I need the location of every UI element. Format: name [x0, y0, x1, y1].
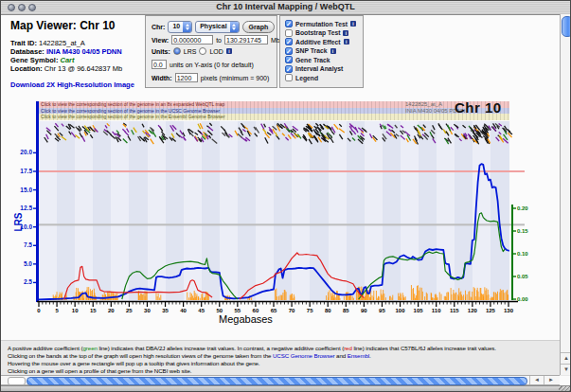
page-title: Map Viewer: Chr 10	[10, 19, 115, 32]
bootstrap-test-checkbox[interactable]	[285, 29, 293, 37]
svg-text:7.5: 7.5	[24, 241, 32, 248]
svg-text:12.5: 12.5	[20, 205, 32, 211]
bootstrap-test-info-icon[interactable]	[343, 30, 348, 36]
chr-label: Chr:	[152, 24, 165, 30]
resize-grip-icon[interactable]	[559, 386, 570, 392]
svg-text:130: 130	[504, 308, 514, 313]
units-lrs-radio[interactable]	[173, 47, 181, 55]
scroll-right-arrow-icon[interactable]: ►	[544, 376, 558, 384]
additive-effect-info-icon[interactable]	[344, 39, 349, 45]
option-interval-analyst[interactable]: Interval Analyst	[285, 65, 343, 73]
units-lod-radio[interactable]	[199, 47, 206, 55]
legend-checkbox[interactable]	[285, 74, 293, 81]
band-ensembl[interactable]: Click to view the corresponding section …	[39, 114, 509, 120]
horizontal-scrollbar[interactable]: ◄ ►	[1, 375, 560, 385]
svg-text:45: 45	[198, 308, 205, 313]
snp-track-checkbox[interactable]	[285, 47, 293, 55]
svg-text:5: 5	[55, 308, 59, 313]
svg-text:95: 95	[379, 308, 385, 313]
graph-button[interactable]: Graph	[242, 21, 276, 33]
link-ucsc-genome-browser[interactable]: UCSC Genome Browser	[273, 352, 335, 359]
option-permutation-test[interactable]: Permutation Test	[285, 20, 356, 27]
view-to-input[interactable]	[224, 35, 268, 45]
overlay-chromosome: Chr 10	[455, 99, 502, 116]
svg-text:115: 115	[450, 308, 459, 313]
to-label: to	[216, 37, 222, 44]
svg-text:105: 105	[414, 308, 424, 313]
width-input[interactable]	[175, 73, 198, 82]
trait-field-location: Location: Chr 13 @ 96.642837 Mb	[10, 64, 122, 73]
svg-text:5.0: 5.0	[24, 260, 32, 267]
horizontal-scrollbar-thumb[interactable]	[27, 377, 527, 385]
permutation-test-label: Permutation Test	[295, 21, 348, 27]
help-line-3: Hovering the mouse over a gene rectangle…	[8, 360, 259, 366]
svg-text:110: 110	[432, 308, 441, 313]
legend-label: Legend	[295, 75, 318, 81]
window-bottom-bar	[1, 385, 570, 392]
width-label: Width:	[152, 75, 172, 81]
chevron-updown-icon	[230, 22, 239, 32]
svg-text:120: 120	[468, 308, 478, 313]
gene-track-checkbox[interactable]	[285, 56, 293, 63]
permutation-test-checkbox[interactable]	[285, 20, 293, 27]
chevron-updown-icon	[183, 22, 191, 32]
chr-select[interactable]: 10	[168, 21, 192, 33]
vertical-scrollbar-thumb[interactable]	[562, 16, 571, 37]
units-info-icon[interactable]	[226, 48, 232, 54]
view-from-input[interactable]	[171, 35, 213, 45]
trait-field-traitid: Trait ID: 1422825_at_A	[10, 39, 85, 47]
svg-text:15: 15	[90, 308, 97, 313]
svg-text:0.00: 0.00	[517, 296, 528, 302]
chr-select-value: 10	[169, 22, 183, 32]
legend-help-text: A positive additive coefficient (green l…	[1, 340, 570, 376]
mapping-type-select[interactable]: Physical	[195, 21, 239, 33]
lrs-axis-title: LRS	[13, 213, 24, 232]
snp-track-label: SNP Track	[295, 47, 328, 54]
svg-text:10: 10	[72, 308, 79, 313]
svg-text:100: 100	[396, 308, 406, 313]
scroll-left-arrow-icon[interactable]: ◄	[529, 376, 544, 384]
svg-text:70: 70	[289, 308, 295, 313]
option-gene-track[interactable]: Gene Track	[285, 56, 330, 63]
gene-track-label: Gene Track	[295, 57, 330, 63]
additive-effect-checkbox[interactable]	[285, 38, 293, 45]
help-line-1: A positive additive coefficient (green l…	[8, 345, 496, 351]
yaxis-units-input[interactable]	[152, 60, 167, 69]
svg-text:30: 30	[144, 308, 151, 313]
view-label: View:	[152, 37, 169, 44]
lrs-axis-line	[36, 102, 39, 302]
scroll-down-arrow-icon[interactable]: ▼	[561, 364, 571, 375]
svg-text:85: 85	[343, 308, 349, 313]
snp-track-info-icon[interactable]	[330, 48, 336, 54]
option-additive-effect[interactable]: Additive Effect	[285, 38, 349, 45]
link-ensembl[interactable]: Ensembl	[348, 352, 369, 359]
svg-text:2.5: 2.5	[24, 278, 32, 285]
option-bootstrap-test[interactable]: Bootstrap Test	[285, 29, 348, 37]
download-hires-link[interactable]: Download 2X High-Resolution Image	[10, 80, 134, 89]
svg-text:0: 0	[37, 308, 41, 313]
svg-text:20: 20	[108, 308, 115, 313]
plot-background-bands	[39, 121, 509, 301]
webqtl-window: Chr 10 Interval Mapping / WebQTL Map Vie…	[0, 0, 571, 392]
interval-analyst-label: Interval Analyst	[295, 65, 343, 72]
help-line-4: Clicking on a gene will open a profile o…	[8, 367, 191, 374]
track-options-panel: Permutation TestBootstrap TestAdditive E…	[279, 15, 364, 88]
svg-text:40: 40	[180, 308, 187, 313]
trait-field-database[interactable]: Database: INIA M430 04/05 PDNN	[10, 47, 122, 56]
window-title: Chr 10 Interval Mapping / WebQTL	[1, 2, 570, 11]
svg-text:0.05: 0.05	[517, 274, 528, 279]
help-line-2: Clicking on the bands at the top of the …	[8, 352, 371, 359]
interval-analyst-checkbox[interactable]	[285, 65, 293, 73]
yaxis-hint: units on Y-axis (0 for default)	[170, 62, 254, 68]
units-label: Units:	[152, 48, 170, 55]
svg-text:80: 80	[325, 308, 331, 313]
additive-effect-label: Additive Effect	[295, 39, 341, 45]
option-snp-track[interactable]: SNP Track	[285, 47, 336, 55]
units-lod-option: LOD	[209, 48, 223, 55]
permutation-test-info-icon[interactable]	[350, 21, 356, 27]
svg-text:0.10: 0.10	[517, 251, 528, 257]
scroll-up-arrow-icon[interactable]: ▲	[561, 352, 571, 364]
vertical-scrollbar[interactable]: ▲ ▼	[560, 14, 571, 375]
option-legend[interactable]: Legend	[285, 74, 318, 81]
svg-text:0.20: 0.20	[517, 205, 528, 211]
